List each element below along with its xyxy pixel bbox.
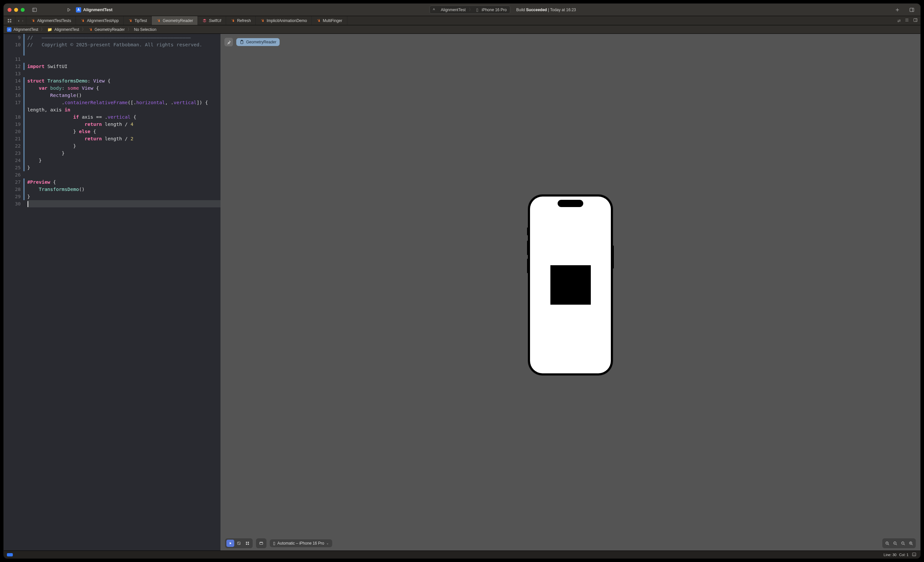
back-button[interactable]: ‹ bbox=[17, 18, 21, 23]
tab-label: GeometryReader bbox=[163, 18, 193, 23]
code-line[interactable]: #Preview { bbox=[27, 179, 220, 186]
line-number: 22 bbox=[4, 142, 21, 150]
code-line[interactable]: return length / 4 bbox=[27, 121, 220, 128]
tab-label: SwiftUI bbox=[208, 18, 221, 23]
preview-canvas: GeometryReader bbox=[220, 34, 462, 281]
tab-label: AlignmentTestTests bbox=[37, 18, 71, 23]
code-line[interactable]: struct TransformsDemo: View { bbox=[27, 77, 220, 84]
change-marker bbox=[23, 77, 25, 84]
code-line[interactable]: var body: some View { bbox=[27, 84, 220, 92]
run-destination[interactable]: A AlignmentTest 〉 ▯ iPhone 16 Pro bbox=[429, 6, 462, 14]
change-marker bbox=[23, 121, 25, 128]
line-number: 20 bbox=[4, 128, 21, 135]
svg-rect-8 bbox=[8, 21, 9, 23]
tab-swiftui[interactable]: SwiftUI bbox=[198, 16, 226, 25]
code-line[interactable] bbox=[27, 56, 220, 63]
chevron-right-icon: 〉 bbox=[41, 27, 45, 32]
line-number: 13 bbox=[4, 70, 21, 77]
preview-viewport[interactable] bbox=[220, 34, 462, 281]
code-area[interactable]: // —————————————————————————————————————… bbox=[25, 34, 220, 281]
chevron-right-icon: 〉 bbox=[82, 27, 86, 32]
main-split: 9101112131415161718192021222324252627282… bbox=[4, 34, 462, 281]
swift-icon bbox=[231, 18, 235, 23]
forward-button[interactable]: › bbox=[21, 18, 25, 23]
line-number: 28 bbox=[4, 186, 21, 193]
clipboard-icon bbox=[240, 40, 244, 44]
line-number: 21 bbox=[4, 135, 21, 142]
scheme-in-pill: AlignmentTest bbox=[441, 8, 462, 12]
pin-preview-button[interactable] bbox=[224, 38, 233, 47]
window-controls bbox=[8, 8, 25, 12]
jump-bar[interactable]: A AlignmentTest 〉 📁 AlignmentTest 〉 Geom… bbox=[4, 25, 462, 34]
tab-geometryreader[interactable]: GeometryReader bbox=[152, 16, 198, 25]
change-marker bbox=[23, 150, 25, 157]
folder-icon: 📁 bbox=[47, 27, 52, 32]
change-marker bbox=[23, 179, 25, 186]
change-marker bbox=[23, 142, 25, 150]
code-line[interactable]: } bbox=[27, 193, 220, 200]
svg-rect-9 bbox=[10, 21, 11, 23]
tabs: AlignmentTestTestsAlignmentTestAppTipTes… bbox=[26, 16, 462, 25]
line-number: 11 bbox=[4, 56, 21, 63]
tab-tiptest[interactable]: TipTest bbox=[123, 16, 152, 25]
line-number: 19 bbox=[4, 121, 21, 128]
code-line[interactable]: if axis == .vertical { bbox=[27, 113, 220, 121]
swift-icon bbox=[81, 18, 85, 23]
change-marker bbox=[23, 41, 25, 56]
code-editor[interactable]: 9101112131415161718192021222324252627282… bbox=[4, 34, 220, 281]
code-line[interactable]: import SwiftUI bbox=[27, 63, 220, 70]
scheme-name: AlignmentTest bbox=[83, 7, 112, 12]
change-marker bbox=[23, 128, 25, 135]
code-line[interactable]: return length / 2 bbox=[27, 135, 220, 142]
jump-project: AlignmentTest bbox=[14, 27, 38, 32]
svg-rect-0 bbox=[33, 8, 36, 12]
preview-chip-label: GeometryReader bbox=[246, 40, 276, 44]
run-button[interactable] bbox=[64, 7, 73, 12]
tab-bar: ‹ › AlignmentTestTestsAlignmentTestAppTi… bbox=[4, 16, 462, 25]
tab-alignmenttesttests[interactable]: AlignmentTestTests bbox=[26, 16, 76, 25]
xcode-window: A AlignmentTest A AlignmentTest 〉 ▯ iPho… bbox=[4, 4, 462, 281]
swift-icon bbox=[128, 18, 132, 23]
svg-rect-7 bbox=[10, 19, 11, 20]
line-number: 27 bbox=[4, 179, 21, 186]
related-items-icon[interactable] bbox=[4, 16, 15, 25]
close-window-button[interactable] bbox=[8, 8, 12, 12]
code-line[interactable]: TransformsDemo() bbox=[27, 186, 220, 193]
change-marker bbox=[23, 186, 25, 193]
code-line[interactable]: } bbox=[27, 150, 220, 157]
tab-label: MultiFinger bbox=[322, 18, 342, 23]
code-line[interactable]: Rectangle() bbox=[27, 92, 220, 99]
line-number: 9 bbox=[4, 34, 21, 41]
line-number: 15 bbox=[4, 84, 21, 92]
code-line[interactable]: // Copyright © 2025-present Fatbobman. A… bbox=[27, 41, 211, 56]
line-number: 29 bbox=[4, 193, 21, 200]
change-marker bbox=[23, 92, 25, 99]
tab-multifinger[interactable]: MultiFinger bbox=[312, 16, 347, 25]
code-line[interactable] bbox=[27, 70, 220, 77]
titlebar-center: A AlignmentTest 〉 ▯ iPhone 16 Pro Build … bbox=[115, 6, 462, 14]
code-line[interactable]: } bbox=[27, 142, 220, 150]
code-line[interactable]: } bbox=[27, 164, 220, 171]
tab-refresh[interactable]: Refresh bbox=[226, 16, 256, 25]
code-line[interactable] bbox=[27, 171, 220, 179]
code-line[interactable]: // —————————————————————————————————————… bbox=[27, 34, 220, 41]
jump-folder: AlignmentTest bbox=[54, 27, 79, 32]
jump-file: GeometryReader bbox=[94, 27, 125, 32]
tab-implicitanimationdemo[interactable]: ImplicitAnimationDemo bbox=[256, 16, 312, 25]
change-marker bbox=[23, 99, 25, 113]
project-icon: A bbox=[76, 7, 81, 12]
swift-icon bbox=[156, 18, 160, 23]
code-line[interactable]: } else { bbox=[27, 128, 220, 135]
minimize-window-button[interactable] bbox=[14, 8, 18, 12]
tab-alignmenttestapp[interactable]: AlignmentTestApp bbox=[76, 16, 123, 25]
code-line[interactable] bbox=[27, 200, 220, 207]
scheme-selector[interactable]: A AlignmentTest bbox=[76, 7, 112, 12]
code-line[interactable]: .containerRelativeFrame([.horizontal, .v… bbox=[27, 99, 211, 113]
zoom-window-button[interactable] bbox=[21, 8, 25, 12]
preview-provider-chip[interactable]: GeometryReader bbox=[236, 38, 280, 46]
code-line[interactable]: } bbox=[27, 157, 220, 164]
toggle-navigator-icon[interactable] bbox=[30, 7, 39, 12]
change-marker bbox=[23, 157, 25, 164]
chevron-right-icon: 〉 bbox=[128, 27, 131, 32]
line-number: 26 bbox=[4, 171, 21, 179]
